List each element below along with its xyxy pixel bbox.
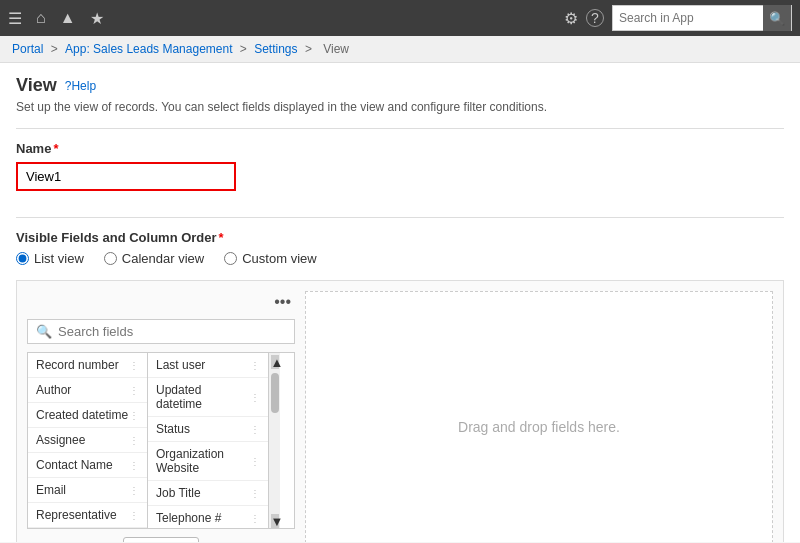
drag-handle-icon[interactable]: ⋮ bbox=[250, 488, 260, 499]
drag-handle-icon[interactable]: ⋮ bbox=[129, 385, 139, 396]
drag-handle-icon[interactable]: ⋮ bbox=[250, 513, 260, 524]
bell-icon[interactable]: ▲ bbox=[60, 9, 76, 27]
list-item: Author ⋮ bbox=[28, 378, 147, 403]
view-type-row: List view Calendar view Custom view bbox=[16, 251, 784, 266]
app-search-bar: 🔍 bbox=[612, 5, 792, 31]
home-icon[interactable]: ⌂ bbox=[36, 9, 46, 27]
list-item: Last user ⋮ bbox=[148, 353, 268, 378]
drag-handle-icon[interactable]: ⋮ bbox=[129, 435, 139, 446]
menu-icon[interactable]: ☰ bbox=[8, 9, 22, 28]
breadcrumb-portal[interactable]: Portal bbox=[12, 42, 43, 56]
divider-2 bbox=[16, 217, 784, 218]
breadcrumb-settings[interactable]: Settings bbox=[254, 42, 297, 56]
field-col-2: Last user ⋮ Updated datetime ⋮ Status ⋮ … bbox=[148, 353, 268, 528]
settings-icon[interactable]: ⚙ bbox=[564, 9, 578, 28]
list-item: Telephone # ⋮ bbox=[148, 506, 268, 528]
divider-1 bbox=[16, 128, 784, 129]
scroll-track: ▲ ▼ bbox=[268, 353, 280, 528]
nav-right: ⚙ ? 🔍 bbox=[564, 5, 792, 31]
radio-custom-view[interactable]: Custom view bbox=[224, 251, 316, 266]
breadcrumb: Portal > App: Sales Leads Management > S… bbox=[0, 36, 800, 63]
radio-list-view[interactable]: List view bbox=[16, 251, 84, 266]
list-item: Updated datetime ⋮ bbox=[148, 378, 268, 417]
drag-handle-icon[interactable]: ⋮ bbox=[129, 460, 139, 471]
drag-handle-icon[interactable]: ⋮ bbox=[129, 410, 139, 421]
page-title: View bbox=[16, 75, 57, 96]
list-item: Assignee ⋮ bbox=[28, 428, 147, 453]
drop-zone-text: Drag and drop fields here. bbox=[458, 419, 620, 435]
help-circle-icon[interactable]: ? bbox=[586, 9, 604, 27]
drag-handle-icon[interactable]: ⋮ bbox=[129, 485, 139, 496]
name-input[interactable] bbox=[16, 162, 236, 191]
list-item: Created datetime ⋮ bbox=[28, 403, 147, 428]
drag-handle-icon[interactable]: ⋮ bbox=[250, 392, 260, 403]
page-title-row: View ?Help bbox=[16, 75, 784, 96]
drop-zone[interactable]: Drag and drop fields here. bbox=[305, 291, 773, 542]
fields-area: ••• 🔍 Record number ⋮ Author ⋮ bbox=[16, 280, 784, 542]
page-description: Set up the view of records. You can sele… bbox=[16, 100, 784, 114]
search-fields-icon: 🔍 bbox=[36, 324, 52, 339]
scroll-thumb[interactable] bbox=[271, 373, 279, 413]
fields-header: ••• bbox=[27, 291, 295, 313]
scroll-up-arrow[interactable]: ▲ bbox=[271, 355, 279, 369]
drag-handle-icon[interactable]: ⋮ bbox=[129, 360, 139, 371]
drag-handle-icon[interactable]: ⋮ bbox=[250, 456, 260, 467]
drag-handle-icon[interactable]: ⋮ bbox=[250, 424, 260, 435]
list-item: Record number ⋮ bbox=[28, 353, 147, 378]
scroll-down-arrow[interactable]: ▼ bbox=[271, 514, 279, 528]
list-item: Representative ⋮ bbox=[28, 503, 147, 528]
visible-fields-label: Visible Fields and Column Order* bbox=[16, 230, 784, 245]
nav-left: ☰ ⌂ ▲ ★ bbox=[8, 9, 104, 28]
search-fields-input[interactable] bbox=[58, 324, 286, 339]
fields-left-panel: ••• 🔍 Record number ⋮ Author ⋮ bbox=[27, 291, 295, 542]
drag-handle-icon[interactable]: ⋮ bbox=[129, 510, 139, 521]
app-search-input[interactable] bbox=[613, 6, 763, 30]
radio-calendar-view[interactable]: Calendar view bbox=[104, 251, 204, 266]
field-columns-container: Record number ⋮ Author ⋮ Created datetim… bbox=[27, 352, 295, 529]
list-item: Job Title ⋮ bbox=[148, 481, 268, 506]
name-label: Name* bbox=[16, 141, 784, 156]
add-all-wrap: Add All bbox=[27, 537, 295, 542]
more-options-button[interactable]: ••• bbox=[270, 291, 295, 313]
star-icon[interactable]: ★ bbox=[90, 9, 104, 28]
list-item: Organization Website ⋮ bbox=[148, 442, 268, 481]
add-all-button[interactable]: Add All bbox=[123, 537, 198, 542]
breadcrumb-current: View bbox=[323, 42, 349, 56]
drag-handle-icon[interactable]: ⋮ bbox=[250, 360, 260, 371]
list-item: Email ⋮ bbox=[28, 478, 147, 503]
app-search-button[interactable]: 🔍 bbox=[763, 5, 791, 31]
list-item: Status ⋮ bbox=[148, 417, 268, 442]
top-nav: ☰ ⌂ ▲ ★ ⚙ ? 🔍 bbox=[0, 0, 800, 36]
page-content: View ?Help Set up the view of records. Y… bbox=[0, 63, 800, 542]
field-col-1: Record number ⋮ Author ⋮ Created datetim… bbox=[28, 353, 148, 528]
breadcrumb-app[interactable]: App: Sales Leads Management bbox=[65, 42, 232, 56]
list-item: Contact Name ⋮ bbox=[28, 453, 147, 478]
help-link[interactable]: ?Help bbox=[65, 79, 96, 93]
search-fields-wrap: 🔍 bbox=[27, 319, 295, 344]
